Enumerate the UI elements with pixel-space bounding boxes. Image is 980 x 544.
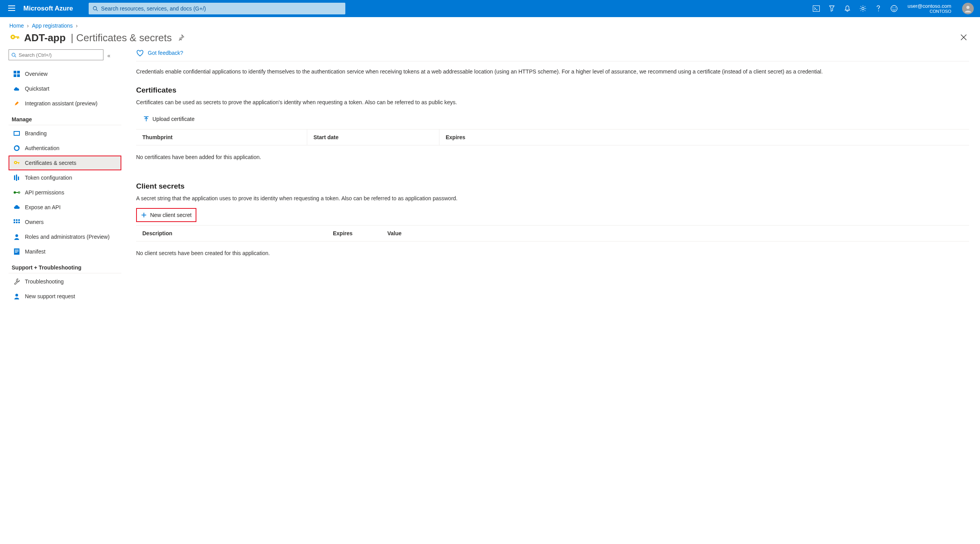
- sidebar-item-label: Roles and administrators (Preview): [25, 234, 110, 240]
- svg-rect-32: [18, 163, 19, 164]
- sidebar-item-quickstart[interactable]: Quickstart: [9, 81, 121, 96]
- svg-point-9: [891, 5, 897, 12]
- cloud-icon: [12, 85, 21, 93]
- sidebar-item-label: Certificates & secrets: [25, 160, 76, 166]
- branding-icon: [12, 129, 21, 137]
- svg-rect-5: [813, 6, 819, 12]
- intro-text: Credentials enable confidential applicat…: [136, 68, 969, 76]
- svg-rect-2: [8, 10, 15, 11]
- global-search[interactable]: [89, 3, 345, 14]
- search-icon: [93, 6, 98, 11]
- key-icon: [9, 33, 20, 44]
- svg-rect-41: [18, 219, 20, 221]
- wrench-icon: [12, 278, 21, 285]
- owners-icon: [12, 218, 21, 226]
- heart-icon: [136, 49, 144, 56]
- user-account[interactable]: user@contoso.com CONTOSO: [908, 3, 951, 14]
- sidebar-item-manifest[interactable]: Manifest: [9, 244, 121, 259]
- sidebar-item-label: Overview: [25, 71, 47, 77]
- sidebar-item-branding[interactable]: Branding: [9, 126, 121, 141]
- sidebar-search[interactable]: [9, 49, 103, 60]
- cloud-shell-icon[interactable]: [812, 4, 821, 13]
- pin-icon[interactable]: [178, 34, 184, 42]
- top-header: Microsoft Azure user@contoso.com CONTOSO: [0, 0, 980, 17]
- sidebar-item-label: Branding: [25, 130, 47, 136]
- manifest-icon: [12, 248, 21, 255]
- directory-filter-icon[interactable]: [828, 4, 836, 13]
- sidebar-item-label: New support request: [25, 293, 75, 299]
- token-icon: [12, 174, 21, 182]
- sidebar-search-input[interactable]: [19, 52, 101, 58]
- sidebar-item-label: Integration assistant (preview): [25, 100, 98, 107]
- svg-point-38: [18, 192, 20, 193]
- sidebar-item-troubleshooting[interactable]: Troubleshooting: [9, 274, 121, 289]
- sidebar-item-authentication[interactable]: Authentication: [9, 141, 121, 156]
- svg-point-30: [15, 162, 16, 163]
- help-icon[interactable]: [874, 4, 883, 13]
- overview-icon: [12, 70, 21, 78]
- svg-rect-25: [17, 74, 20, 77]
- certificates-empty: No certificates have been added for this…: [136, 149, 969, 165]
- svg-point-14: [12, 36, 14, 37]
- sidebar-item-integration[interactable]: Integration assistant (preview): [9, 96, 121, 111]
- page-title: ADT-app: [24, 32, 66, 44]
- svg-rect-39: [14, 219, 15, 221]
- plus-icon: [141, 212, 147, 218]
- sidebar-item-token-config[interactable]: Token configuration: [9, 170, 121, 185]
- close-icon[interactable]: [961, 33, 971, 42]
- svg-rect-22: [14, 71, 16, 73]
- breadcrumb-home[interactable]: Home: [9, 23, 24, 29]
- upload-icon: [143, 116, 149, 122]
- svg-rect-34: [16, 175, 17, 181]
- svg-point-20: [12, 53, 15, 56]
- svg-rect-27: [14, 132, 19, 135]
- new-client-secret-button[interactable]: New client secret: [136, 208, 196, 222]
- chevron-right-icon: ›: [76, 23, 78, 29]
- svg-point-11: [895, 7, 896, 8]
- sidebar-item-roles-admins[interactable]: Roles and administrators (Preview): [9, 229, 121, 244]
- page-subtitle: | Certificates & secrets: [68, 32, 172, 44]
- sidebar-item-label: Authentication: [25, 145, 60, 151]
- page-header: ADT-app | Certificates & secrets: [0, 32, 980, 48]
- col-value: Value: [381, 226, 969, 241]
- svg-rect-24: [14, 74, 16, 77]
- sidebar-item-label: API permissions: [25, 189, 64, 196]
- sidebar-item-owners[interactable]: Owners: [9, 215, 121, 229]
- secrets-table: Description Expires Value: [136, 225, 969, 241]
- feedback-smile-icon[interactable]: [890, 4, 898, 13]
- svg-point-3: [93, 7, 97, 10]
- sidebar-item-label: Troubleshooting: [25, 278, 64, 285]
- expose-icon: [12, 203, 21, 211]
- support-icon: [12, 292, 21, 300]
- svg-rect-1: [8, 8, 15, 9]
- feedback-label: Got feedback?: [148, 50, 183, 56]
- upload-certificate-button[interactable]: Upload certificate: [138, 112, 199, 126]
- sidebar-section-manage: Manage: [9, 111, 121, 125]
- svg-line-4: [96, 10, 98, 11]
- collapse-icon[interactable]: «: [107, 52, 110, 59]
- settings-icon[interactable]: [859, 4, 867, 13]
- breadcrumb: Home › App registrations ›: [0, 17, 980, 32]
- feedback-link[interactable]: Got feedback?: [136, 48, 969, 61]
- notifications-icon[interactable]: [843, 4, 852, 13]
- hamburger-icon[interactable]: [4, 5, 19, 13]
- chevron-right-icon: ›: [27, 23, 29, 29]
- sidebar-item-api-permissions[interactable]: API permissions: [9, 185, 121, 200]
- sidebar-item-overview[interactable]: Overview: [9, 66, 121, 81]
- sidebar-item-new-support[interactable]: New support request: [9, 289, 121, 304]
- brand-label[interactable]: Microsoft Azure: [23, 5, 73, 12]
- breadcrumb-appreg[interactable]: App registrations: [32, 23, 73, 29]
- svg-rect-42: [14, 222, 15, 223]
- global-search-input[interactable]: [101, 5, 341, 12]
- new-client-secret-label: New client secret: [150, 212, 192, 218]
- sidebar-item-expose-api[interactable]: Expose an API: [9, 200, 121, 215]
- user-email: user@contoso.com: [908, 3, 951, 9]
- svg-point-45: [16, 234, 18, 237]
- sidebar-item-certificates-secrets[interactable]: Certificates & secrets: [9, 156, 121, 170]
- svg-rect-23: [17, 71, 20, 73]
- tenant-name: CONTOSO: [930, 9, 951, 14]
- avatar[interactable]: [962, 3, 974, 14]
- svg-point-7: [862, 7, 864, 10]
- svg-point-10: [892, 7, 893, 8]
- col-expires: Expires: [439, 129, 969, 145]
